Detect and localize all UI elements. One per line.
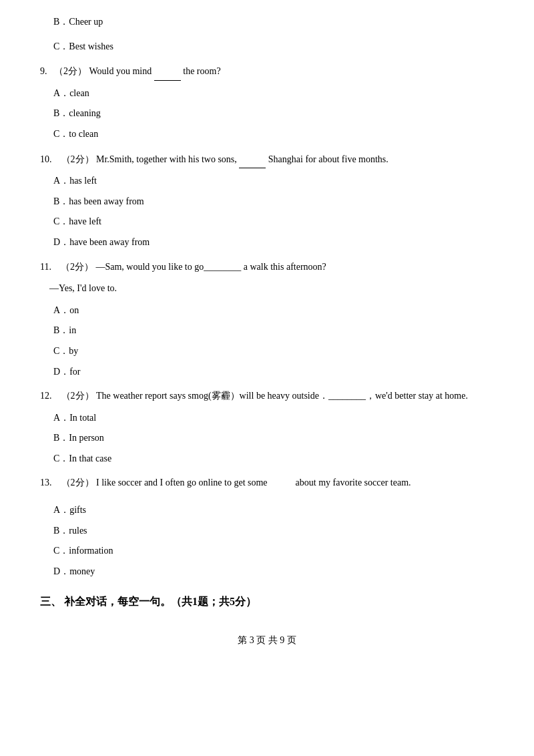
question-10-blank — [239, 150, 266, 169]
question-10-option-b: B．has been away from — [53, 193, 494, 211]
option-b-label: B．Cheer up — [53, 13, 494, 31]
question-13-option-a: A．gifts — [53, 502, 494, 520]
question-12-text: 12. （2分） The weather report says smog(雾霾… — [40, 387, 494, 405]
question-12-option-b: B．In person — [53, 429, 494, 447]
question-10-option-c: C．have left — [53, 213, 494, 231]
question-11-option-c: C．by — [53, 343, 494, 361]
question-12-option-a: A．In total — [53, 409, 494, 427]
question-10-option-a: A．has left — [53, 172, 494, 190]
question-11-text-line2: —Yes, I'd love to. — [40, 280, 494, 298]
question-9-option-b: B．cleaning — [53, 105, 494, 123]
question-8-option-c: C．Best wishes — [40, 38, 494, 56]
question-13-option-d: D．money — [53, 563, 494, 581]
option-c-label: C．Best wishes — [53, 38, 494, 56]
question-9-option-c: C．to clean — [53, 126, 494, 144]
question-13-text: 13. （2分） I like soccer and I often go on… — [40, 474, 494, 492]
question-9-text: 9. （2分） Would you mind the room? — [40, 62, 494, 81]
question-8-option-b: B．Cheer up — [40, 13, 494, 31]
question-11-option-a: A．on — [53, 302, 494, 320]
question-11-option-b: B．in — [53, 322, 494, 340]
question-12: 12. （2分） The weather report says smog(雾霾… — [40, 387, 494, 467]
question-9: 9. （2分） Would you mind the room? A．clean… — [40, 62, 494, 143]
question-13-option-b: B．rules — [53, 522, 494, 540]
page-footer: 第 3 页 共 9 页 — [40, 632, 494, 648]
question-10-option-d: D．have been away from — [53, 234, 494, 252]
question-11-option-d: D．for — [53, 363, 494, 381]
question-11: 11. （2分） —Sam, would you like to go_____… — [40, 258, 494, 381]
question-13: 13. （2分） I like soccer and I often go on… — [40, 474, 494, 580]
section-3-title: 三、 补全对话，每空一句。（共1题；共5分） — [40, 592, 494, 612]
question-9-option-a: A．clean — [53, 85, 494, 103]
question-13-option-c: C．information — [53, 542, 494, 560]
question-9-blank — [154, 62, 181, 81]
question-10-text: 10. （2分） Mr.Smith, together with his two… — [40, 150, 494, 169]
question-11-text-line1: 11. （2分） —Sam, would you like to go_____… — [40, 258, 494, 276]
question-12-option-c: C．In that case — [53, 450, 494, 468]
question-10: 10. （2分） Mr.Smith, together with his two… — [40, 150, 494, 252]
